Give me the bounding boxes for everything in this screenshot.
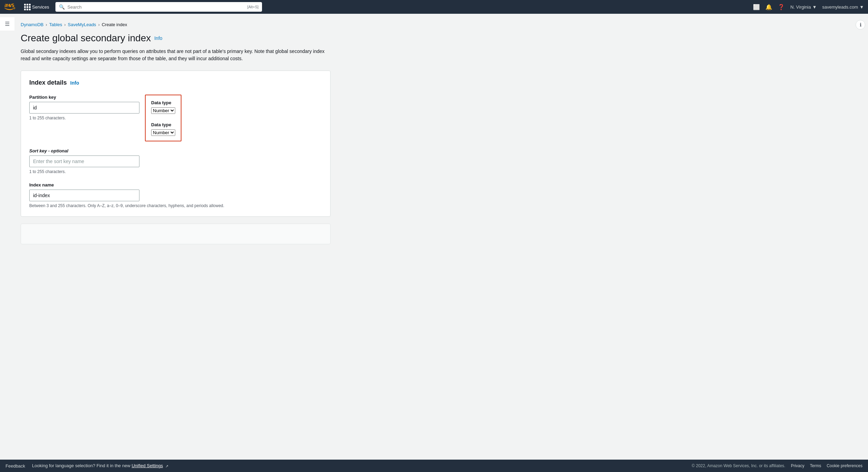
breadcrumb-current: Create index	[102, 22, 127, 27]
account-label: savemyleads.com	[822, 4, 858, 10]
aws-logo[interactable]	[4, 3, 15, 10]
partition-key-data-type-group: Data type String Number Binary	[151, 100, 175, 114]
terminal-icon[interactable]: ⬜	[753, 4, 760, 10]
services-label: Services	[32, 4, 49, 10]
page-description: Global secondary indexes allow you to pe…	[21, 48, 331, 62]
account-chevron: ▼	[859, 4, 864, 10]
partition-key-label: Partition key	[29, 95, 139, 100]
index-details-card: Index details Info Partition key 1 to 25…	[21, 71, 331, 217]
breadcrumb: DynamoDB › Tables › SaveMyLeads › Create…	[21, 22, 468, 27]
sort-key-data-type-select[interactable]: String Number Binary	[151, 129, 175, 136]
data-type-highlight-box: Data type String Number Binary Data type…	[145, 95, 181, 141]
sort-key-group: Sort key - optional 1 to 255 characters.	[29, 148, 322, 174]
search-bar[interactable]: 🔍 [Alt+S]	[55, 2, 262, 12]
main-content: DynamoDB › Tables › SaveMyLeads › Create…	[0, 14, 482, 259]
breadcrumb-dynamodb[interactable]: DynamoDB	[21, 22, 43, 27]
search-input[interactable]	[67, 4, 244, 10]
sidebar-toggle-button[interactable]: ☰	[0, 17, 14, 31]
page-title: Create global secondary index	[21, 33, 151, 44]
region-selector[interactable]: N. Virginia ▼	[790, 4, 817, 10]
partition-key-row: Partition key 1 to 255 characters. Data …	[29, 95, 322, 141]
nav-right: ⬜ 🔔 ❓ N. Virginia ▼ savemyleads.com ▼	[753, 4, 864, 10]
account-selector[interactable]: savemyleads.com ▼	[822, 4, 864, 10]
index-name-group: Index name Between 3 and 255 characters.…	[29, 182, 322, 208]
card-title-container: Index details Info	[29, 79, 322, 86]
index-name-label: Index name	[29, 182, 322, 187]
search-shortcut: [Alt+S]	[247, 5, 259, 9]
second-card	[21, 224, 331, 244]
partition-key-data-type-label: Data type	[151, 100, 175, 105]
breadcrumb-sep-3: ›	[98, 22, 100, 27]
region-chevron: ▼	[812, 4, 817, 10]
sort-key-data-type-group: Data type String Number Binary	[151, 122, 175, 136]
partition-key-data-type-select[interactable]: String Number Binary	[151, 107, 175, 114]
partition-key-hint: 1 to 255 characters.	[29, 116, 139, 120]
partition-key-group: Partition key 1 to 255 characters.	[29, 95, 139, 120]
sort-key-row: Sort key - optional 1 to 255 characters.	[29, 148, 322, 174]
card-info-link[interactable]: Info	[70, 80, 79, 86]
card-title: Index details	[29, 79, 67, 86]
sort-key-hint: 1 to 255 characters.	[29, 169, 322, 174]
breadcrumb-tables[interactable]: Tables	[49, 22, 62, 27]
sort-key-label: Sort key - optional	[29, 148, 322, 153]
breadcrumb-savemyleads[interactable]: SaveMyLeads	[68, 22, 96, 27]
page-info-link[interactable]: Info	[154, 35, 162, 41]
breadcrumb-sep-1: ›	[45, 22, 47, 27]
bell-icon[interactable]: 🔔	[765, 4, 772, 10]
help-icon[interactable]: ❓	[778, 4, 785, 10]
index-name-input[interactable]	[29, 190, 139, 201]
grid-icon	[24, 4, 31, 10]
page-title-container: Create global secondary index Info	[21, 33, 468, 44]
search-icon: 🔍	[59, 4, 65, 10]
breadcrumb-sep-2: ›	[64, 22, 65, 27]
sort-key-input[interactable]	[29, 155, 139, 167]
region-label: N. Virginia	[790, 4, 811, 10]
partition-key-input[interactable]	[29, 102, 139, 114]
index-name-hint: Between 3 and 255 characters. Only A–Z, …	[29, 203, 322, 208]
page-info-icon[interactable]: ℹ	[856, 20, 865, 30]
sort-key-data-type-label: Data type	[151, 122, 175, 127]
top-navigation: Services 🔍 [Alt+S] ⬜ 🔔 ❓ N. Virginia ▼ s…	[0, 0, 868, 14]
services-button[interactable]: Services	[22, 2, 51, 12]
